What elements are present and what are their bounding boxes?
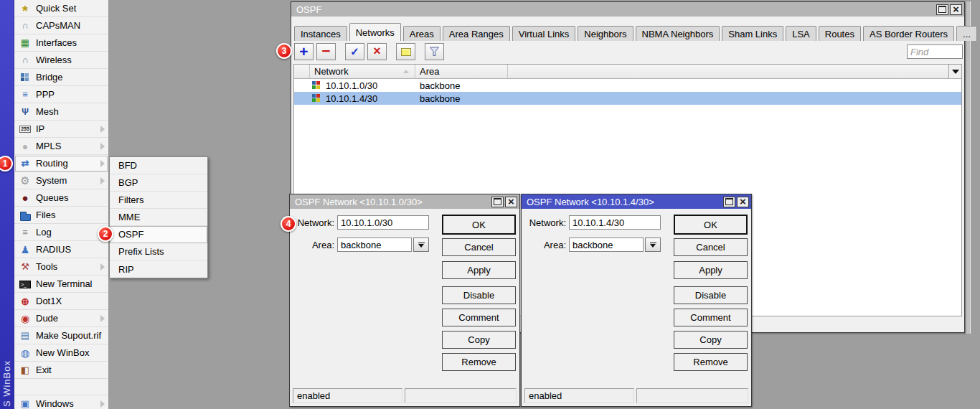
filter-funnel-icon: [429, 47, 440, 57]
tab-networks[interactable]: Networks: [349, 23, 401, 41]
sidebar-item-quick-set[interactable]: Quick Set: [14, 0, 108, 17]
close-icon[interactable]: [950, 4, 962, 15]
sidebar-item-files[interactable]: Files: [14, 207, 108, 224]
network-input[interactable]: [569, 215, 661, 230]
sidebar-item-wireless[interactable]: Wireless: [14, 52, 108, 69]
table-header: Network Area: [294, 65, 961, 79]
tab-virtual-links[interactable]: Virtual Links: [512, 26, 576, 41]
ospf-window-titlebar[interactable]: OSPF: [291, 2, 964, 17]
maximize-icon[interactable]: [491, 197, 504, 207]
sidebar-item-mpls[interactable]: MPLS: [14, 138, 108, 155]
apply-button[interactable]: Apply: [674, 261, 748, 279]
sidebar-item-ppp[interactable]: PPP: [14, 86, 108, 103]
winbox-side-strip: S WinBox: [0, 0, 14, 409]
submenu-arrow-icon: [100, 263, 105, 271]
enable-button[interactable]: ✓: [345, 43, 364, 60]
disable-button[interactable]: Disable: [674, 286, 748, 304]
sidebar-item-make-supout[interactable]: Make Supout.rif: [14, 327, 108, 344]
close-icon[interactable]: [505, 197, 517, 207]
ospf-tab-bar: Instances Networks Areas Area Ranges Vir…: [294, 23, 979, 41]
disable-button[interactable]: ×: [367, 43, 387, 60]
copy-button[interactable]: Copy: [674, 331, 748, 349]
comment-button[interactable]: Comment: [674, 309, 748, 326]
sidebar-item-routing[interactable]: Routing: [14, 155, 108, 172]
system-gear-icon: [19, 175, 31, 187]
filter-button[interactable]: [425, 43, 444, 60]
sidebar-item-dude[interactable]: Dude: [14, 310, 108, 327]
cancel-button[interactable]: Cancel: [442, 238, 516, 256]
apply-button[interactable]: Apply: [442, 261, 516, 279]
tab-routes[interactable]: Routes: [819, 26, 861, 41]
sidebar-item-interfaces[interactable]: Interfaces: [14, 34, 108, 52]
sort-ascending-icon: [403, 70, 409, 73]
tab-more[interactable]: ...: [956, 26, 977, 41]
tab-area-ranges[interactable]: Area Ranges: [443, 26, 510, 41]
sidebar-item-log[interactable]: Log: [14, 224, 108, 241]
dialog2-titlebar[interactable]: OSPF Network <10.10.1.4/30>: [522, 194, 751, 209]
ok-button[interactable]: OK: [674, 215, 748, 235]
add-button[interactable]: +: [294, 43, 314, 60]
tab-nbma-neighbors[interactable]: NBMA Neighbors: [636, 26, 720, 41]
table-row-selected[interactable]: 10.10.1.4/30 backbone: [294, 92, 961, 105]
ospf-network-dialog-2: OSPF Network <10.10.1.4/30> Network: Are…: [521, 194, 752, 407]
copy-button[interactable]: Copy: [442, 331, 516, 349]
tab-neighbors[interactable]: Neighbors: [578, 26, 633, 41]
network-label: Network:: [523, 217, 566, 228]
radius-user-icon: [19, 244, 31, 255]
ok-button[interactable]: OK: [442, 215, 516, 235]
submenu-item-bfd[interactable]: BFD: [110, 157, 207, 174]
sidebar-item-mesh[interactable]: Mesh: [14, 103, 108, 121]
routing-icon: [19, 158, 31, 169]
sidebar-item-new-terminal[interactable]: New Terminal: [14, 276, 108, 293]
area-input[interactable]: [337, 238, 412, 252]
desktop: S WinBox Quick Set CAPsMAN Interfaces Wi…: [0, 0, 980, 409]
sidebar-item-tools[interactable]: Tools: [14, 258, 108, 276]
column-select-dropdown[interactable]: [948, 65, 961, 78]
sidebar-item-bridge[interactable]: Bridge: [14, 69, 108, 86]
sidebar-item-dot1x[interactable]: Dot1X: [14, 293, 108, 310]
tab-as-border-routers[interactable]: AS Border Routers: [863, 26, 954, 41]
sidebar-item-system[interactable]: System: [14, 172, 108, 189]
cancel-button[interactable]: Cancel: [674, 238, 748, 256]
tab-instances[interactable]: Instances: [294, 26, 347, 41]
header-cell-area[interactable]: Area: [415, 65, 508, 78]
tab-areas[interactable]: Areas: [403, 26, 440, 41]
ppp-icon: [19, 89, 31, 100]
maximize-icon[interactable]: [723, 197, 735, 207]
comment-button[interactable]: [396, 43, 415, 60]
network-input[interactable]: [337, 215, 429, 230]
remove-button[interactable]: −: [316, 43, 336, 60]
find-input[interactable]: [907, 44, 963, 59]
remove-button[interactable]: Remove: [442, 353, 516, 371]
table-row[interactable]: 10.10.1.0/30 backbone: [294, 79, 961, 92]
sidebar-item-exit[interactable]: Exit: [14, 362, 108, 379]
mpls-icon: [19, 141, 31, 152]
sidebar-item-radius[interactable]: RADIUS: [14, 241, 108, 258]
sidebar-item-queues[interactable]: Queues: [14, 189, 108, 207]
disable-button[interactable]: Disable: [442, 286, 516, 304]
sidebar-item-ip[interactable]: 255 IP: [14, 121, 108, 138]
area-dropdown-button[interactable]: [413, 238, 429, 252]
submenu-item-bgp[interactable]: BGP: [110, 174, 207, 192]
close-icon[interactable]: [737, 197, 749, 207]
tab-sham-links[interactable]: Sham Links: [722, 26, 783, 41]
submenu-item-rip[interactable]: RIP: [110, 260, 207, 278]
sidebar-item-windows[interactable]: Windows: [14, 395, 108, 409]
dropdown-arrow-icon: [418, 244, 424, 248]
submenu-item-ospf[interactable]: OSPF: [110, 226, 207, 243]
area-dropdown-button[interactable]: [645, 238, 661, 252]
maximize-icon[interactable]: [936, 4, 948, 15]
sidebar-item-new-winbox[interactable]: New WinBox: [14, 344, 108, 362]
sidebar-item-capsman[interactable]: CAPsMAN: [14, 17, 108, 34]
submenu-item-mme[interactable]: MME: [110, 209, 207, 226]
area-input[interactable]: [569, 238, 644, 252]
dialog1-titlebar[interactable]: OSPF Network <10.10.1.0/30>: [290, 194, 519, 209]
submenu-item-prefix-lists[interactable]: Prefix Lists: [110, 243, 207, 260]
submenu-item-filters[interactable]: Filters: [110, 192, 207, 209]
remove-button[interactable]: Remove: [674, 353, 748, 371]
background-window-edge: [966, 1, 971, 334]
header-cell-network[interactable]: Network: [310, 65, 415, 78]
minus-icon: −: [321, 43, 330, 58]
comment-button[interactable]: Comment: [442, 309, 516, 326]
tab-lsa[interactable]: LSA: [786, 26, 816, 41]
